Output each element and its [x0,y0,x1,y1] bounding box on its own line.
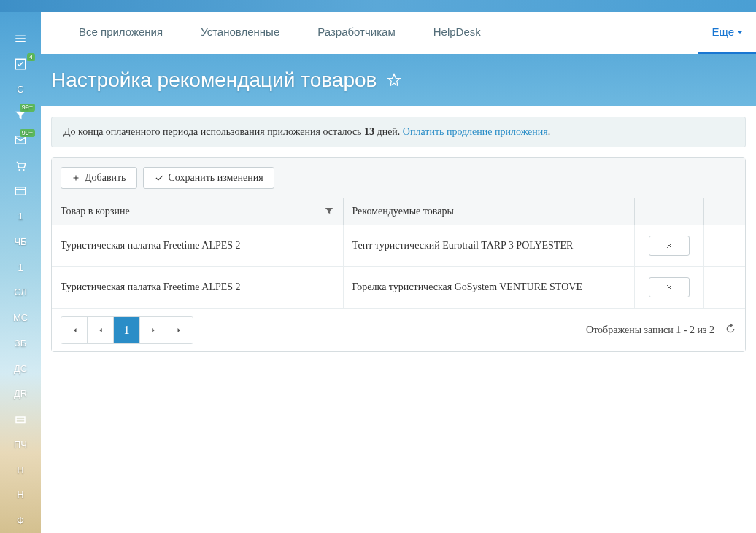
svg-point-1 [23,169,24,171]
cell-recommended-product[interactable]: Горелка туристическая GoSystem VENTURE S… [343,267,634,308]
check-icon [14,58,27,71]
notice-middle: дней. [374,126,403,137]
check-icon [154,173,164,183]
column-header-cart[interactable]: Товар в корзине [52,198,343,225]
sidebar-item-label: ПЧ [14,439,27,450]
sidebar-item-filter[interactable]: 99+ [0,102,41,128]
pager-prev-button[interactable] [88,317,114,343]
sidebar-item-label: Н [17,464,23,475]
svg-point-0 [18,169,20,171]
tab-all-apps[interactable]: Все приложения [60,12,182,54]
pager-next-button[interactable] [140,317,166,343]
recommendations-table: Добавить Сохранить изменения Товар в кор… [51,157,746,352]
page-title-area: Настройка рекомендаций товаров [41,54,756,106]
chevron-left-icon [97,327,104,334]
delete-row-button[interactable] [649,277,690,297]
chevron-down-icon [737,31,743,34]
filter-icon[interactable] [324,206,334,216]
tab-label: Установленные [201,26,279,38]
cell-cart-product[interactable]: Туристическая палатка Freetime ALPES 2 [52,225,343,267]
sidebar-item-label: ДR [14,388,27,399]
cell-cart-product[interactable]: Туристическая палатка Freetime ALPES 2 [52,267,343,308]
menu-icon [14,32,27,45]
notice-prefix: До конца оплаченного периода использован… [63,126,364,137]
window-icon [14,184,27,198]
sidebar-item-label: СЛ [14,287,27,297]
close-icon [666,242,673,249]
pager-page-label: 1 [124,324,130,337]
sidebar-item-sl[interactable]: СЛ [0,280,41,306]
column-header-extra [703,198,745,225]
sidebar-item-dr[interactable]: ДR [0,381,41,407]
sidebar-item-f[interactable]: Ф [0,507,41,533]
tabs-bar: Все приложения Установленные Разработчик… [41,12,756,54]
sidebar-item-tasks[interactable]: 4 [0,52,41,77]
extend-subscription-link[interactable]: Оплатить продление приложения [403,126,548,137]
column-label: Рекомендуемые товары [352,206,454,217]
column-header-actions [634,198,703,225]
sidebar-item-label: МС [13,312,28,323]
pager-info: Отображены записи 1 - 2 из 2 [586,324,714,336]
sidebar-item-cart[interactable] [0,153,41,179]
sidebar-item-drawer[interactable] [0,406,41,432]
pager: 1 Отображены записи 1 - 2 из 2 [52,308,745,351]
cell-extra [703,267,745,308]
sidebar-item-ds[interactable]: ДС [0,356,41,381]
add-button[interactable]: Добавить [61,167,137,189]
chevron-right-icon [150,327,157,334]
first-page-icon [71,327,78,334]
cell-extra [703,225,745,267]
top-header [0,0,756,12]
sidebar-item-pch[interactable]: ПЧ [0,432,41,457]
svg-rect-2 [15,187,26,195]
subscription-notice: До конца оплаченного периода использован… [51,117,746,147]
sidebar-item-label: Ф [17,515,24,526]
sidebar-item-n2[interactable]: Н [0,483,41,508]
pager-last-button[interactable] [166,317,193,343]
plus-icon [72,174,80,182]
sidebar-item-n1[interactable]: Н [0,457,41,483]
sidebar-item-zb[interactable]: ЗБ [0,330,41,356]
notice-suffix: . [548,126,551,137]
sidebar-item-chb[interactable]: ЧБ [0,229,41,254]
cell-recommended-product[interactable]: Тент туристический Eurotrail TARP 3 POLY… [343,225,634,267]
cart-icon [14,159,27,172]
delete-row-button[interactable] [649,236,690,256]
sidebar-item-mail[interactable]: 99+ [0,128,41,153]
pager-first-button[interactable] [61,317,88,343]
sidebar-item-s[interactable]: С [0,77,41,103]
pager-page-current[interactable]: 1 [114,317,140,343]
star-icon[interactable] [387,73,401,87]
tab-developers[interactable]: Разработчикам [298,12,414,54]
sidebar-item-label: ДС [14,363,27,374]
tab-label: Все приложения [79,26,163,38]
drawer-icon [14,413,27,426]
sidebar-item-label: 1 [18,262,23,273]
tab-more[interactable]: Еще [698,12,756,54]
sidebar-item-ms[interactable]: МС [0,305,41,330]
tab-installed[interactable]: Установленные [182,12,298,54]
content-panel: До конца оплаченного периода использован… [41,106,756,533]
tab-helpdesk[interactable]: HelpDesk [414,12,500,54]
sidebar: 4 С 99+ 99+ 1 ЧБ 1 СЛ МС ЗБ ДС ДR ПЧ Н Н… [0,12,41,533]
sidebar-item-1b[interactable]: 1 [0,254,41,280]
badge: 4 [27,53,35,61]
badge: 99+ [20,129,35,137]
notice-days: 13 [364,126,374,137]
refresh-icon [725,323,736,335]
sidebar-item-label: С [17,84,23,95]
refresh-button[interactable] [725,323,736,338]
close-icon [666,284,673,291]
column-header-recommended[interactable]: Рекомендуемые товары [343,198,634,225]
sidebar-item-menu[interactable] [0,26,41,52]
tab-label: HelpDesk [433,26,481,38]
tab-label: Разработчикам [317,26,395,38]
sidebar-item-label: 1 [18,211,23,222]
tab-more-label: Еще [711,26,734,38]
save-button[interactable]: Сохранить изменения [143,167,274,189]
table-row: Туристическая палатка Freetime ALPES 2 Г… [52,267,745,308]
sidebar-item-window[interactable] [0,179,41,204]
badge: 99+ [20,104,35,112]
sidebar-item-1a[interactable]: 1 [0,203,41,229]
table-toolbar: Добавить Сохранить изменения [52,158,745,198]
